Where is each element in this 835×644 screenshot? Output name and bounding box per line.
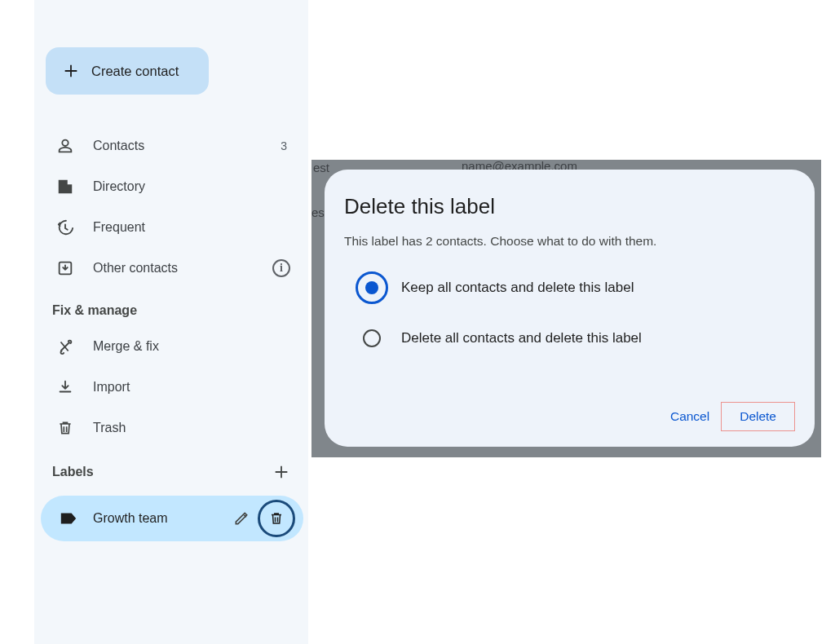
- fix-manage-header: Fix & manage: [34, 289, 308, 326]
- sidebar-item-trash[interactable]: Trash: [34, 408, 308, 448]
- download-icon: [55, 377, 75, 397]
- sidebar-item-merge-fix[interactable]: Merge & fix: [34, 326, 308, 367]
- archive-download-icon: [55, 258, 75, 278]
- cancel-button[interactable]: Cancel: [664, 401, 716, 432]
- sidebar-item-contacts[interactable]: Contacts 3: [34, 126, 308, 166]
- radio-delete-contacts[interactable]: Delete all contacts and delete this labe…: [356, 322, 795, 355]
- dialog-title: Delete this label: [344, 194, 795, 219]
- nav-label: Other contacts: [93, 261, 272, 276]
- history-icon: [55, 218, 75, 237]
- radio-label: Delete all contacts and delete this labe…: [401, 330, 642, 346]
- sidebar-item-other-contacts[interactable]: Other contacts i: [34, 248, 308, 289]
- create-contact-button[interactable]: Create contact: [46, 47, 209, 95]
- sidebar: Create contact Contacts 3 Directory Freq…: [34, 0, 308, 644]
- labels-header: Labels: [34, 448, 308, 489]
- trash-icon: [55, 418, 75, 438]
- nav-label: Directory: [93, 179, 290, 194]
- radio-unselected-icon: [363, 329, 381, 347]
- dialog-actions: Cancel Delete: [344, 401, 795, 432]
- label-item-growth-team[interactable]: Growth team: [41, 496, 303, 541]
- tools-icon: [55, 337, 75, 356]
- person-icon: [55, 136, 75, 156]
- delete-label-dialog: Delete this label This label has 2 conta…: [325, 170, 815, 447]
- nav-label: Frequent: [93, 220, 290, 235]
- delete-label-button[interactable]: [258, 500, 295, 537]
- label-icon: [59, 509, 78, 528]
- nav-label: Trash: [93, 421, 290, 435]
- obscured-text: es: [311, 205, 325, 219]
- nav-label: Import: [93, 380, 290, 395]
- nav-label: Contacts: [93, 139, 281, 153]
- add-label-button[interactable]: [272, 463, 290, 481]
- contacts-count: 3: [281, 139, 287, 152]
- edit-label-button[interactable]: [232, 509, 251, 528]
- delete-button[interactable]: Delete: [721, 402, 795, 431]
- sidebar-item-import[interactable]: Import: [34, 367, 308, 408]
- radio-selected-icon: [356, 271, 388, 304]
- obscured-text: est: [313, 161, 329, 174]
- radio-label: Keep all contacts and delete this label: [401, 280, 634, 296]
- sidebar-item-directory[interactable]: Directory: [34, 166, 308, 207]
- create-contact-label: Create contact: [91, 64, 179, 79]
- plus-icon: [62, 62, 80, 80]
- label-name: Growth team: [93, 511, 232, 526]
- building-icon: [55, 177, 75, 196]
- nav-label: Merge & fix: [93, 339, 290, 354]
- info-icon[interactable]: i: [272, 259, 290, 277]
- radio-keep-contacts[interactable]: Keep all contacts and delete this label: [356, 271, 795, 304]
- dialog-subtitle: This label has 2 contacts. Choose what t…: [344, 234, 795, 249]
- sidebar-item-frequent[interactable]: Frequent: [34, 207, 308, 248]
